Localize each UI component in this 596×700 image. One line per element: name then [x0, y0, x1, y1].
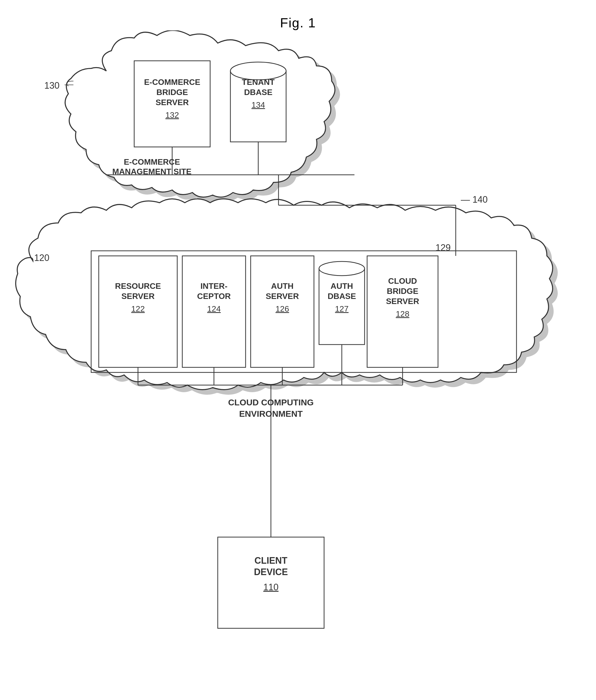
interceptor-label: INTER-: [201, 281, 228, 291]
ecommerce-management-site-label: E-COMMERCE: [124, 157, 180, 167]
svg-text:SERVER: SERVER: [155, 98, 189, 107]
auth-dbase-number: 127: [335, 304, 348, 314]
auth-server-label: AUTH: [271, 281, 294, 291]
svg-text:BRIDGE: BRIDGE: [156, 88, 188, 97]
ref-140: — 140: [461, 194, 488, 205]
svg-rect-4: [367, 256, 438, 367]
client-device-label: CLIENT: [255, 555, 287, 566]
svg-point-7: [230, 62, 286, 80]
tenant-dbase-label: TENANT: [242, 77, 275, 86]
svg-rect-0: [91, 251, 517, 372]
svg-point-9: [319, 261, 365, 276]
svg-text:BRIDGE: BRIDGE: [387, 286, 418, 296]
auth-dbase-label: AUTH: [331, 281, 353, 291]
svg-rect-25: [218, 537, 324, 628]
resource-server-label: RESOURCE: [115, 281, 161, 291]
svg-text:DBASE: DBASE: [328, 292, 356, 301]
cloud-bridge-server-number: 128: [396, 309, 409, 319]
resource-server-number: 122: [131, 304, 145, 314]
interceptor-number: 124: [207, 304, 221, 314]
svg-rect-1: [99, 256, 177, 367]
ref-130: 130: [44, 80, 59, 91]
auth-server-number: 126: [276, 304, 289, 314]
svg-text:DEVICE: DEVICE: [254, 567, 288, 577]
ref-129: 129: [436, 243, 451, 253]
svg-rect-6: [230, 71, 286, 142]
svg-text:MANAGEMENT SITE: MANAGEMENT SITE: [112, 167, 192, 176]
svg-rect-5: [134, 61, 210, 147]
svg-text:ENVIRONMENT: ENVIRONMENT: [239, 409, 303, 419]
svg-rect-2: [182, 256, 245, 367]
client-device-number: 110: [263, 582, 279, 592]
svg-text:SERVER: SERVER: [266, 292, 299, 301]
svg-text:SERVER: SERVER: [386, 297, 419, 306]
svg-text:DBASE: DBASE: [244, 88, 273, 97]
svg-rect-8: [319, 269, 365, 345]
svg-text:SERVER: SERVER: [121, 292, 154, 301]
svg-rect-3: [251, 256, 314, 367]
ecommerce-bridge-server-label: E-COMMERCE: [144, 77, 200, 86]
ref-120: 120: [34, 253, 49, 263]
svg-text:CEPTOR: CEPTOR: [197, 292, 231, 301]
cloud-computing-env-label: CLOUD COMPUTING: [228, 398, 314, 407]
page-title: Fig. 1: [0, 0, 596, 30]
tenant-dbase-number: 134: [252, 100, 265, 109]
ecommerce-bridge-server-number: 132: [165, 110, 179, 120]
cloud-bridge-server-label: CLOUD: [388, 276, 417, 285]
